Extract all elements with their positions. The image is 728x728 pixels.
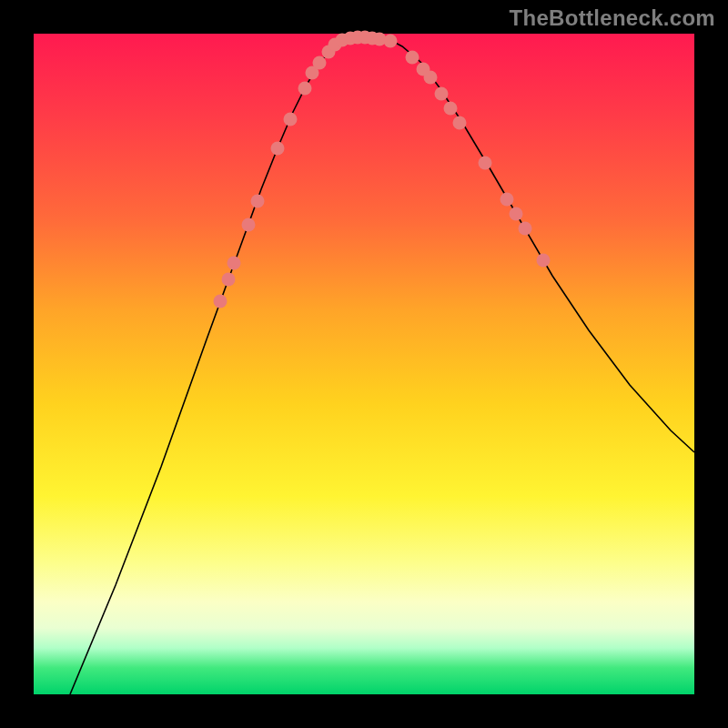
watermark-text: TheBottleneck.com bbox=[510, 5, 715, 31]
marker-dot bbox=[479, 157, 492, 170]
marker-dot bbox=[424, 71, 438, 85]
marker-dot bbox=[222, 273, 236, 287]
chart-stage: TheBottleneck.com bbox=[0, 0, 728, 728]
marker-dot bbox=[251, 195, 265, 208]
marker-dot bbox=[298, 82, 312, 96]
marker-dot bbox=[384, 35, 398, 48]
marker-dot bbox=[453, 116, 467, 130]
marker-dot bbox=[271, 142, 285, 156]
marker-dot bbox=[510, 207, 523, 221]
plot-area bbox=[34, 34, 694, 694]
marker-dot bbox=[435, 87, 449, 101]
marker-dot bbox=[444, 102, 458, 116]
bottleneck-curve bbox=[70, 36, 694, 694]
marker-dot bbox=[228, 257, 241, 270]
marker-layer bbox=[214, 31, 551, 308]
marker-dot bbox=[500, 193, 514, 207]
marker-dot bbox=[519, 222, 532, 236]
marker-dot bbox=[406, 51, 420, 65]
marker-dot bbox=[284, 113, 298, 126]
marker-dot bbox=[214, 295, 228, 308]
chart-svg bbox=[34, 34, 694, 694]
marker-dot bbox=[313, 56, 327, 70]
marker-dot bbox=[242, 218, 256, 232]
marker-dot bbox=[537, 254, 551, 268]
